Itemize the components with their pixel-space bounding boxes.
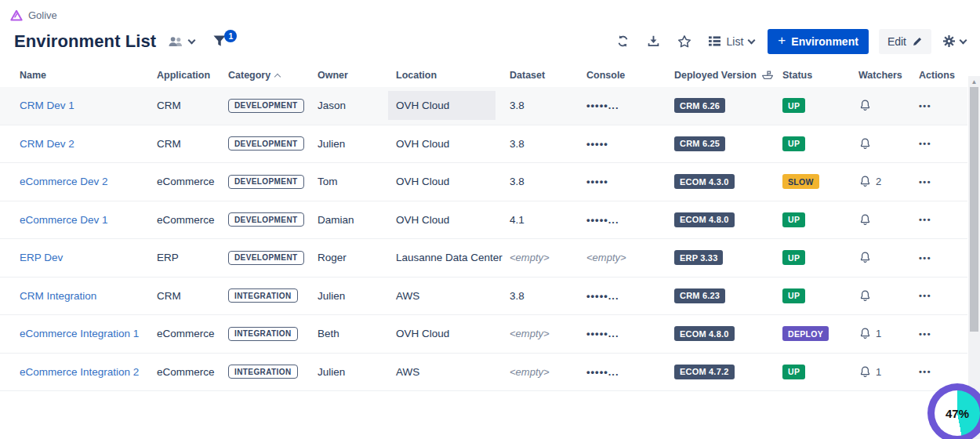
environment-table: Name Application Category Owner Location… bbox=[0, 63, 967, 391]
dataset-cell: 3.8 bbox=[510, 176, 586, 187]
console-cell: •••••... bbox=[586, 214, 674, 226]
favorite-star-button[interactable] bbox=[674, 31, 695, 52]
dataset-cell: <empty> bbox=[510, 328, 586, 339]
bell-icon bbox=[858, 175, 872, 188]
more-actions-icon[interactable]: ••• bbox=[919, 139, 931, 148]
application-cell: eCommerce bbox=[157, 328, 228, 339]
location-cell: Lausanne Data Center bbox=[396, 252, 510, 263]
application-cell: CRM bbox=[157, 290, 228, 302]
watch-button[interactable] bbox=[858, 251, 919, 264]
environment-name-link[interactable]: ERP Dev bbox=[20, 252, 63, 263]
vertical-scrollbar[interactable]: ▲ bbox=[968, 76, 980, 439]
table-row[interactable]: eCommerce Dev 1 eCommerce DEVELOPMENT Da… bbox=[0, 201, 967, 240]
column-header-actions[interactable]: Actions bbox=[919, 70, 967, 81]
location-cell: OVH Cloud bbox=[396, 176, 510, 187]
table-row[interactable]: eCommerce Integration 2 eCommerce INTEGR… bbox=[0, 354, 967, 392]
app-logo-row: Golive bbox=[0, 0, 980, 22]
owner-cell: Julien bbox=[318, 138, 396, 150]
ship-deployment-icon bbox=[761, 70, 774, 80]
column-header-location[interactable]: Location bbox=[396, 70, 510, 81]
column-header-application[interactable]: Application bbox=[157, 70, 228, 81]
environment-name-link[interactable]: eCommerce Integration 2 bbox=[20, 366, 139, 378]
table-row[interactable]: eCommerce Integration 1 eCommerce INTEGR… bbox=[0, 315, 967, 354]
gear-icon bbox=[942, 34, 956, 49]
edit-button[interactable]: Edit bbox=[879, 29, 931, 54]
owner-cell: Beth bbox=[318, 328, 396, 339]
watch-button[interactable] bbox=[858, 137, 919, 151]
deployed-version-badge: ERP 3.33 bbox=[674, 250, 723, 265]
watch-button[interactable] bbox=[858, 99, 919, 112]
environment-name-link[interactable]: eCommerce Dev 1 bbox=[20, 214, 108, 226]
scrollbar-thumb[interactable] bbox=[970, 87, 978, 332]
golive-logo-icon bbox=[10, 9, 23, 21]
location-cell-selected[interactable]: OVH Cloud bbox=[388, 91, 495, 120]
status-badge: UP bbox=[782, 250, 805, 265]
page-header: Environment List 1 bbox=[0, 22, 980, 63]
table-row[interactable]: eCommerce Dev 2 eCommerce DEVELOPMENT To… bbox=[0, 163, 967, 201]
owner-cell: Julien bbox=[318, 290, 396, 302]
table-row[interactable]: CRM Dev 1 CRM DEVELOPMENT Jason OVH Clou… bbox=[0, 87, 967, 125]
watch-button[interactable]: 1 bbox=[858, 327, 919, 340]
plus-icon: + bbox=[778, 33, 786, 49]
column-header-deployed-version[interactable]: Deployed Version bbox=[674, 70, 782, 81]
owner-cell: Julien bbox=[318, 366, 396, 378]
progress-ring-widget[interactable]: 47% bbox=[927, 383, 980, 439]
watch-button[interactable] bbox=[858, 213, 919, 227]
progress-pie: 47% bbox=[935, 390, 980, 436]
column-header-status[interactable]: Status bbox=[782, 70, 858, 81]
environment-name-link[interactable]: eCommerce Dev 2 bbox=[20, 176, 108, 187]
settings-menu[interactable] bbox=[942, 34, 966, 49]
owner-cell: Damian bbox=[318, 214, 396, 226]
owner-cell: Tom bbox=[318, 176, 396, 187]
status-badge: UP bbox=[782, 288, 805, 303]
bell-icon bbox=[858, 289, 872, 303]
console-cell: <empty> bbox=[586, 252, 674, 263]
more-actions-icon[interactable]: ••• bbox=[919, 101, 931, 111]
column-header-watchers[interactable]: Watchers bbox=[858, 70, 919, 81]
dataset-cell: 3.8 bbox=[510, 290, 586, 302]
column-header-name[interactable]: Name bbox=[20, 70, 157, 81]
more-actions-icon[interactable]: ••• bbox=[919, 215, 931, 224]
table-row[interactable]: ERP Dev ERP DEVELOPMENT Roger Lausanne D… bbox=[0, 239, 967, 278]
category-badge: DEVELOPMENT bbox=[228, 136, 304, 151]
more-actions-icon[interactable]: ••• bbox=[919, 177, 931, 187]
environment-name-link[interactable]: CRM Dev 1 bbox=[20, 100, 74, 111]
add-environment-button[interactable]: + Environment bbox=[768, 29, 869, 54]
deployed-version-badge: CRM 6.25 bbox=[674, 136, 725, 151]
watcher-count: 2 bbox=[876, 176, 881, 187]
column-header-owner[interactable]: Owner bbox=[318, 70, 396, 81]
view-selector[interactable]: List bbox=[708, 35, 755, 48]
bell-icon bbox=[858, 99, 872, 112]
refresh-button[interactable] bbox=[613, 31, 633, 52]
more-actions-icon[interactable]: ••• bbox=[919, 367, 931, 376]
location-cell: OVH Cloud bbox=[396, 138, 510, 150]
watch-button[interactable]: 2 bbox=[858, 175, 919, 188]
environment-name-link[interactable]: eCommerce Integration 1 bbox=[20, 328, 139, 339]
column-header-category[interactable]: Category bbox=[228, 70, 318, 81]
table-row[interactable]: CRM Integration CRM INTEGRATION Julien A… bbox=[0, 278, 967, 316]
category-badge: DEVELOPMENT bbox=[228, 251, 304, 265]
scroll-up-arrow-icon[interactable]: ▲ bbox=[968, 76, 980, 85]
location-cell: AWS bbox=[396, 366, 510, 378]
dataset-cell: <empty> bbox=[510, 366, 586, 378]
page-title: Environment List bbox=[14, 31, 156, 52]
more-actions-icon[interactable]: ••• bbox=[919, 291, 931, 300]
chevron-down-icon bbox=[960, 36, 967, 44]
watcher-count: 1 bbox=[876, 328, 881, 339]
add-environment-label: Environment bbox=[791, 35, 858, 48]
table-row[interactable]: CRM Dev 2 CRM DEVELOPMENT Julien OVH Clo… bbox=[0, 125, 967, 164]
export-download-button[interactable] bbox=[644, 31, 664, 52]
deployed-version-badge: ECOM 4.7.2 bbox=[674, 365, 735, 379]
watch-button[interactable]: 1 bbox=[858, 365, 919, 379]
environment-name-link[interactable]: CRM Dev 2 bbox=[20, 138, 74, 150]
application-cell: eCommerce bbox=[157, 214, 228, 226]
column-header-dataset[interactable]: Dataset bbox=[510, 70, 586, 81]
application-cell: CRM bbox=[157, 100, 228, 111]
environment-name-link[interactable]: CRM Integration bbox=[20, 290, 96, 302]
shared-with-selector[interactable] bbox=[167, 34, 194, 49]
more-actions-icon[interactable]: ••• bbox=[919, 329, 931, 339]
watch-button[interactable] bbox=[858, 289, 919, 303]
column-header-console[interactable]: Console bbox=[586, 70, 674, 81]
filter-button[interactable]: 1 bbox=[212, 33, 235, 50]
more-actions-icon[interactable]: ••• bbox=[919, 253, 931, 263]
